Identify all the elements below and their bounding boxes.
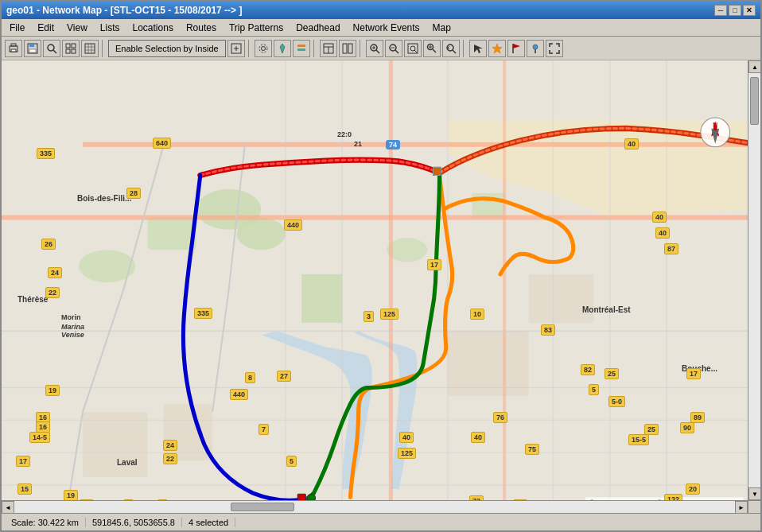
minimize-button[interactable]: ─ (714, 5, 727, 16)
road-75-1: 75 (525, 444, 539, 455)
zoom-fit-button[interactable] (404, 40, 422, 57)
expand2-button[interactable] (546, 40, 563, 57)
road-25-1: 25 (605, 368, 619, 379)
expand-button[interactable] (227, 40, 245, 57)
svg-rect-2 (11, 49, 16, 52)
flag-button[interactable] (507, 40, 525, 57)
road-17-1: 17 (427, 259, 441, 270)
road-40-2: 40 (652, 212, 667, 223)
maximize-button[interactable]: □ (729, 5, 741, 16)
table-button[interactable] (320, 40, 337, 57)
road-440-1: 440 (284, 219, 302, 231)
road-125-1: 125 (380, 309, 398, 320)
toolbar-separator-1 (102, 40, 105, 57)
svg-rect-57 (301, 274, 342, 323)
svg-line-35 (395, 50, 398, 53)
road-40-5: 40 (399, 432, 414, 443)
svg-rect-28 (343, 44, 347, 53)
svg-rect-9 (72, 44, 76, 48)
road-14-5: 14-5 (29, 432, 50, 443)
road-5-0: 5-0 (608, 396, 625, 407)
road-82: 82 (581, 364, 595, 375)
scroll-track-h[interactable] (14, 501, 735, 513)
menu-deadhead[interactable]: Deadhead (290, 21, 346, 35)
title-bar: geo01 - Network Map - [STL-OCT15 - 15/08… (2, 2, 760, 19)
arrow-button[interactable] (469, 40, 487, 57)
svg-rect-64 (433, 167, 441, 175)
svg-rect-10 (66, 49, 70, 53)
menu-network-events[interactable]: Network Events (347, 21, 426, 35)
road-28: 28 (126, 188, 141, 199)
enable-selection-label: Enable Selection by Inside (115, 44, 219, 53)
scroll-thumb-h[interactable] (231, 503, 294, 511)
zoom-search-button[interactable] (423, 40, 441, 57)
scroll-down-button[interactable]: ▼ (748, 487, 760, 500)
svg-point-67 (307, 494, 315, 500)
svg-line-39 (414, 50, 417, 52)
vertical-scrollbar[interactable]: ▲ ▼ (748, 60, 760, 500)
road-90: 90 (680, 422, 694, 433)
svg-marker-22 (280, 44, 285, 53)
svg-text:N: N (713, 122, 717, 129)
enable-selection-button[interactable]: Enable Selection by Inside (108, 40, 226, 57)
road-89: 89 (690, 412, 705, 423)
svg-rect-60 (83, 412, 148, 477)
road-26: 26 (41, 239, 56, 250)
zoom-out-button[interactable] (385, 40, 402, 57)
road-335-1: 335 (37, 148, 55, 159)
toolbar-separator-5 (463, 40, 466, 57)
pin-button[interactable] (527, 40, 544, 57)
menu-file[interactable]: File (3, 21, 31, 35)
road-20: 20 (686, 483, 700, 495)
menu-edit[interactable]: Edit (31, 21, 60, 35)
road-25-2: 25 (644, 424, 659, 435)
svg-point-54 (237, 217, 286, 250)
menu-trip-patterns[interactable]: Trip Patterns (223, 21, 290, 35)
road-19-1: 19 (45, 385, 60, 396)
road-40-1: 40 (624, 138, 639, 150)
scroll-right-button[interactable]: ► (735, 501, 748, 513)
close-button[interactable]: ✕ (743, 5, 756, 16)
zoom-prev-button[interactable] (442, 40, 460, 57)
menu-routes[interactable]: Routes (180, 21, 223, 35)
road-15-5: 15-5 (628, 434, 649, 445)
toolbar-separator-4 (360, 40, 363, 57)
road-125-2: 125 (398, 448, 416, 459)
pen-button[interactable] (274, 40, 291, 57)
road-19-2: 19 (64, 490, 78, 500)
road-8-2: 8 (245, 372, 255, 383)
scroll-track-v[interactable] (748, 73, 760, 487)
road-75-2: 75 (513, 499, 527, 500)
save-button[interactable] (24, 40, 41, 57)
scroll-left-button[interactable]: ◄ (2, 501, 14, 513)
zoom-in-button[interactable] (366, 40, 383, 57)
horizontal-scrollbar[interactable]: ◄ ► (2, 500, 748, 513)
search-button[interactable] (43, 40, 60, 57)
road-440-2: 440 (230, 389, 248, 400)
scroll-up-button[interactable]: ▲ (748, 60, 760, 73)
svg-line-7 (53, 50, 56, 53)
table2-button[interactable] (339, 40, 356, 57)
star-button[interactable] (488, 40, 506, 57)
shield-74: 74 (386, 140, 400, 150)
grid-button[interactable] (62, 40, 80, 57)
menu-map[interactable]: Map (426, 21, 457, 35)
road-132: 132 (664, 494, 682, 500)
settings-button[interactable] (255, 40, 272, 57)
menu-lists[interactable]: Lists (94, 21, 126, 35)
menu-view[interactable]: View (60, 21, 94, 35)
scroll-thumb-v[interactable] (750, 77, 759, 125)
road-640: 640 (153, 138, 171, 149)
map-container[interactable]: N © OpenStreetMap contributors Bois-des-… (2, 60, 748, 500)
svg-point-50 (533, 45, 538, 49)
print-button[interactable] (5, 40, 22, 57)
road-335-2: 335 (194, 308, 212, 319)
road-22-2: 22 (163, 453, 177, 464)
grid2-button[interactable] (81, 40, 99, 57)
svg-rect-5 (29, 49, 36, 52)
svg-rect-8 (66, 44, 70, 48)
svg-rect-4 (29, 44, 34, 47)
road-22: 22 (45, 287, 60, 298)
list-button[interactable] (293, 40, 310, 57)
menu-locations[interactable]: Locations (126, 21, 180, 35)
